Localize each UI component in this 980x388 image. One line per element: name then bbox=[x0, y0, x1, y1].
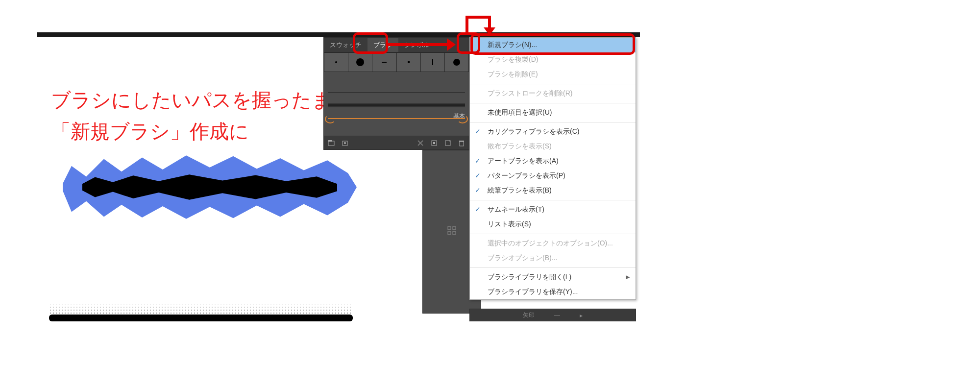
annotation-arrow-1-head bbox=[447, 38, 456, 51]
remove-brush-stroke-icon[interactable] bbox=[417, 140, 424, 146]
menu-show-pattern[interactable]: ✓パターンブラシを表示(P) bbox=[470, 169, 636, 183]
menu-separator bbox=[470, 267, 636, 268]
check-icon: ✓ bbox=[475, 205, 481, 213]
collapsed-panel-dash: — bbox=[554, 312, 560, 319]
new-brush-icon[interactable] bbox=[444, 140, 451, 146]
svg-rect-13 bbox=[448, 232, 451, 235]
stroke-sample-thin[interactable] bbox=[328, 88, 465, 97]
annotation-line1: ブラシにしたいパスを握ったまま bbox=[51, 84, 352, 116]
menu-remove-brush-stroke: ブラシストロークを削除(R) bbox=[470, 86, 636, 101]
menu-thumbnail-view[interactable]: ✓サムネール表示(T) bbox=[470, 202, 636, 217]
menu-show-bristle[interactable]: ✓絵筆ブラシを表示(B) bbox=[470, 183, 636, 198]
check-icon: ✓ bbox=[475, 171, 481, 179]
annotation-arrow-1-shaft bbox=[388, 43, 447, 46]
highlight-brush-tab bbox=[353, 32, 388, 54]
brush-thumb-2[interactable] bbox=[348, 53, 372, 72]
svg-rect-1 bbox=[328, 140, 332, 142]
menu-show-art[interactable]: ✓アートブラシを表示(A) bbox=[470, 154, 636, 169]
brush-options-icon[interactable] bbox=[431, 140, 438, 146]
svg-point-3 bbox=[344, 142, 346, 144]
menu-brush-options: ブラシオプション(B)... bbox=[470, 251, 636, 266]
annotation-arrow-2c bbox=[488, 16, 491, 28]
brush-thumb-6[interactable] bbox=[445, 53, 468, 72]
panel-context-menu: 新規ブラシ(N)... ブラシを複製(D) ブラシを削除(E) ブラシストローク… bbox=[469, 37, 636, 300]
calligraphic-brush-row bbox=[324, 52, 469, 72]
menu-options-of-selection: 選択中のオブジェクトのオプション(O)... bbox=[470, 236, 636, 251]
library-menu-icon[interactable] bbox=[328, 140, 335, 146]
menu-separator bbox=[470, 84, 636, 84]
svg-rect-11 bbox=[448, 227, 451, 230]
menu-show-calligraphic[interactable]: ✓カリグラフィブラシを表示(C) bbox=[470, 124, 636, 139]
menu-separator bbox=[470, 103, 636, 103]
svg-rect-12 bbox=[453, 227, 456, 230]
brush-thumb-4[interactable] bbox=[397, 53, 421, 72]
brush-thumb-5[interactable] bbox=[421, 53, 445, 72]
check-icon: ✓ bbox=[475, 127, 481, 135]
menu-delete-brush: ブラシを削除(E) bbox=[470, 67, 636, 82]
brushes-panel: スウォッチ ブラシ シンボル 基本 bbox=[323, 37, 469, 150]
brush-thumb-3[interactable] bbox=[372, 53, 396, 72]
collapsed-panel-label: 矢印 bbox=[523, 311, 535, 319]
check-icon: ✓ bbox=[475, 157, 481, 165]
delete-brush-icon[interactable] bbox=[458, 140, 465, 146]
menu-separator bbox=[470, 122, 636, 122]
stroke-sample-curly[interactable] bbox=[328, 113, 465, 123]
spray-brush-stroke[interactable] bbox=[49, 292, 353, 321]
annotation-line2: 「新規ブラシ」作成に bbox=[51, 116, 352, 147]
svg-rect-0 bbox=[328, 141, 334, 146]
menu-list-view[interactable]: リスト表示(S) bbox=[470, 217, 636, 232]
selected-brush-path[interactable] bbox=[63, 152, 357, 222]
annotation-text: ブラシにしたいパスを握ったまま 「新規ブラシ」作成に bbox=[51, 84, 352, 147]
highlight-new-brush-menu-item bbox=[470, 33, 635, 55]
svg-rect-9 bbox=[460, 142, 464, 146]
menu-save-brush-library[interactable]: ブラシライブラリを保存(Y)... bbox=[470, 285, 636, 299]
menu-show-scatter[interactable]: 散布ブラシを表示(S) bbox=[470, 139, 636, 154]
svg-rect-10 bbox=[459, 141, 464, 142]
expand-icon[interactable]: ▸ bbox=[580, 312, 583, 319]
align-panel-icon[interactable] bbox=[447, 226, 457, 238]
stroke-sample-rough[interactable] bbox=[328, 100, 465, 110]
brush-thumb-1[interactable] bbox=[324, 53, 348, 72]
svg-rect-7 bbox=[433, 142, 435, 144]
stage: ブラシにしたいパスを握ったまま 「新規ブラシ」作成に スウォッチ ブラシ シンボ… bbox=[0, 0, 980, 388]
check-icon: ✓ bbox=[475, 186, 481, 194]
menu-separator bbox=[470, 234, 636, 234]
menu-open-brush-library[interactable]: ブラシライブラリを開く(L)▶ bbox=[470, 270, 636, 285]
panel-footer bbox=[324, 136, 469, 149]
submenu-arrow-icon: ▶ bbox=[626, 274, 630, 280]
svg-rect-14 bbox=[453, 232, 456, 235]
menu-select-unused[interactable]: 未使用項目を選択(U) bbox=[470, 105, 636, 120]
libraries-icon[interactable] bbox=[342, 140, 348, 146]
menu-separator bbox=[470, 200, 636, 200]
annotation-arrow-2b bbox=[466, 16, 491, 19]
collapsed-panel-strip[interactable]: 矢印 — ▸ bbox=[469, 309, 636, 321]
